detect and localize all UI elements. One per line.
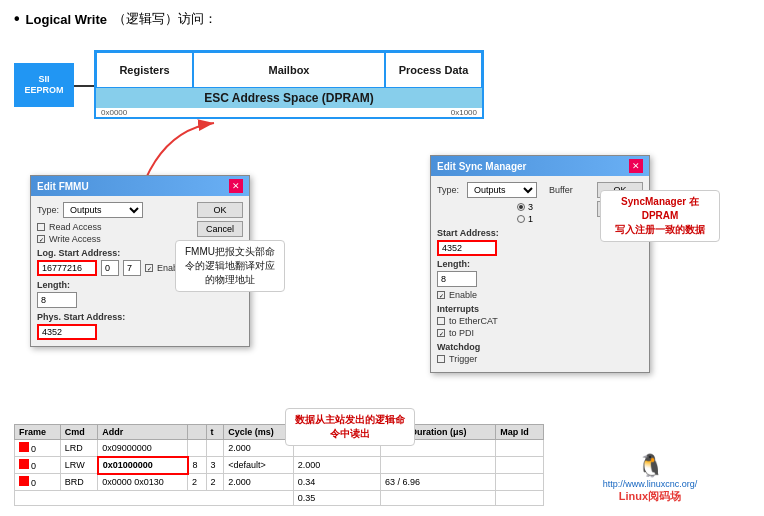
type-select[interactable]: Outputs (63, 202, 143, 218)
log-start-input[interactable] (37, 260, 97, 276)
arch-diagram: SIIEEPROM Registers Mailbox Process Data… (14, 45, 494, 140)
col-cycle: Cycle (ms) (224, 425, 293, 440)
extra-cell: <default> (224, 457, 293, 474)
bottom-table: Frame Cmd Addr t Cycle (ms) Utilization … (14, 424, 544, 506)
row-marker (19, 442, 29, 452)
fmmu-close-button[interactable]: ✕ (229, 179, 243, 193)
cmd-cell: LRW (60, 457, 97, 474)
watchdog-label: Watchdog (437, 342, 587, 352)
title-line: • Logical Write （逻辑写）访问： (14, 10, 750, 28)
addr-cell-highlighted: 0x01000000 (98, 457, 188, 474)
size-cell: 63 / 6.96 (380, 474, 495, 491)
col-frame: Frame (15, 425, 61, 440)
phys-start-label: Phys. Start Address: (37, 312, 187, 322)
syncmgr-type-select[interactable]: Outputs (467, 182, 537, 198)
syncmgr-start-addr-input[interactable] (437, 240, 497, 256)
dpram-container: Registers Mailbox Process Data ESC Addre… (94, 50, 484, 119)
process-data-cell: Process Data (385, 52, 482, 88)
buffer-radio-group: 3 1 (517, 202, 533, 224)
syncmgr-title: Edit Sync Manager (437, 161, 526, 172)
linux-url: http://www.linuxcnc.org/ (550, 479, 750, 489)
fmmu-titlebar: Edit FMMU ✕ (31, 176, 249, 196)
to-ethercat-checkbox[interactable] (437, 317, 445, 325)
t2-cell: 3 (206, 457, 224, 474)
col-addr: Addr (98, 425, 188, 440)
addr-cell: 0x0000 0x0130 (98, 474, 188, 491)
t-cell: 8 (188, 457, 206, 474)
syncmgr-dialog: Edit Sync Manager ✕ Type: Outputs Buffer (430, 155, 650, 373)
sii-eeprom-box: SIIEEPROM (14, 63, 74, 107)
fmmu-annotation: FMMU把报文头部命令的逻辑地翻译对应的物理地址 (175, 240, 285, 292)
col-t (188, 425, 206, 440)
syncmgr-titlebar: Edit Sync Manager ✕ (431, 156, 649, 176)
util-cell: 0.34 (293, 474, 380, 491)
syncmgr-annotation: SyncManager 在DPRAM写入注册一致的数据 (600, 190, 720, 242)
bullet: • (14, 10, 20, 28)
table-row: 0 BRD 0x0000 0x0130 2 2 2.000 0.34 63 / … (15, 474, 544, 491)
mailbox-cell: Mailbox (193, 52, 385, 88)
t2-cell: 2 (206, 474, 224, 491)
write-access-label: Write Access (49, 234, 101, 244)
t-cell: 2 (188, 474, 206, 491)
registers-cell: Registers (96, 52, 193, 88)
cycle2-cell: 2.000 (293, 457, 380, 474)
util-cell-2: 0.35 (293, 491, 380, 506)
addr-cell: 0x09000000 (98, 440, 188, 457)
title-cn: （逻辑写）访问： (113, 10, 217, 28)
read-access-checkbox[interactable] (37, 223, 45, 231)
row-marker (19, 476, 29, 486)
fmmu-cancel-button[interactable]: Cancel (197, 221, 243, 237)
syncmgr-start-addr-label: Start Address: (437, 228, 587, 238)
row-marker (19, 459, 29, 469)
syncmgr-enable-checkbox[interactable]: ✓ (437, 291, 445, 299)
syncmgr-type-label: Type: (437, 185, 459, 195)
fmmu-title: Edit FMMU (37, 181, 89, 192)
trigger-checkbox[interactable] (437, 355, 445, 363)
buffer-1-radio[interactable] (517, 215, 525, 223)
length-input-fmmu[interactable] (37, 292, 77, 308)
table-annotation: 数据从主站发出的逻辑命令中读出 (285, 408, 415, 446)
dpram-addr-row: 0x0000 0x1000 (96, 108, 482, 117)
cycle-cell: 2.000 (224, 440, 293, 457)
log-bit-start[interactable] (101, 260, 119, 276)
syncmgr-length-input[interactable] (437, 271, 477, 287)
syncmgr-length-label: Length: (437, 259, 587, 269)
syncmgr-enable-label: Enable (449, 290, 477, 300)
buffer-label: Buffer (549, 185, 573, 195)
cycle-cell: 2.000 (224, 474, 293, 491)
table-row: 0 LRD 0x09000000 2.000 (15, 440, 544, 457)
write-access-checkbox[interactable]: ✓ (37, 235, 45, 243)
cmd-cell: LRD (60, 440, 97, 457)
linux-text: Linux阅码场 (550, 489, 750, 504)
log-bit-end[interactable] (123, 260, 141, 276)
col-cmd: Cmd (60, 425, 97, 440)
col-t2: t (206, 425, 224, 440)
table-row: 0 LRW 0x01000000 8 3 <default> 2.000 (15, 457, 544, 474)
title-bold: Logical Write (26, 12, 107, 27)
length-label-fmmu: Length: (37, 280, 187, 290)
buffer-3-radio[interactable] (517, 203, 525, 211)
type-label: Type: (37, 205, 59, 215)
interrupts-label: Interrupts (437, 304, 587, 314)
to-pdi-checkbox[interactable]: ✓ (437, 329, 445, 337)
read-access-label: Read Access (49, 222, 102, 232)
linux-logo: 🐧 http://www.linuxcnc.org/ Linux阅码场 (550, 453, 750, 504)
fmmu-ok-button[interactable]: OK (197, 202, 243, 218)
dpram-label: ESC Address Space (DPRAM) (96, 88, 482, 108)
phys-start-input[interactable] (37, 324, 97, 340)
syncmgr-close-button[interactable]: ✕ (629, 159, 643, 173)
table-row-extra: 0.35 (15, 491, 544, 506)
log-start-label: Log. Start Address: (37, 248, 187, 258)
col-mapid: Map Id (496, 425, 544, 440)
enable-checkbox[interactable]: ✓ (145, 264, 153, 272)
cmd-cell: BRD (60, 474, 97, 491)
